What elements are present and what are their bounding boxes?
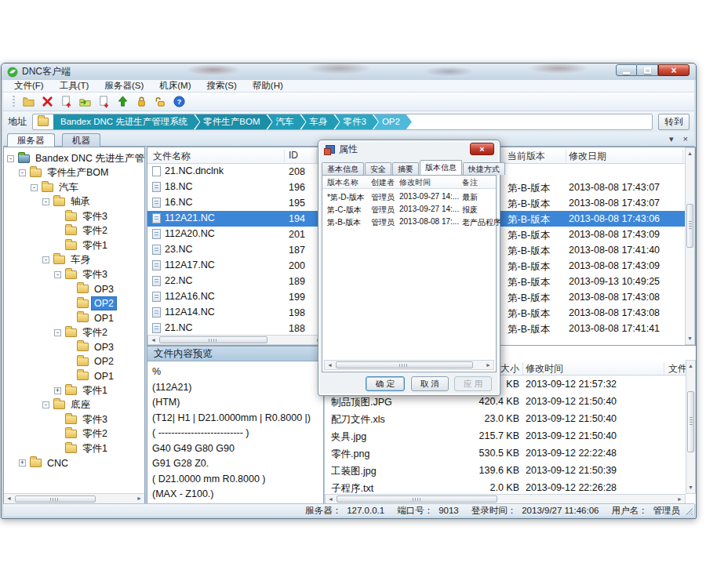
ok-button[interactable]: 确 定 (366, 376, 405, 391)
title-bar[interactable]: DNC客户端 × (2, 64, 696, 80)
tree-item[interactable]: OP1 (4, 311, 144, 326)
column-header-modified[interactable]: 修改时间 (399, 177, 431, 188)
tab-server[interactable]: 服务器 (7, 133, 55, 147)
tree-item[interactable]: 汽车 (4, 180, 144, 195)
tree-horizontal-scrollbar[interactable]: ◄ ► (4, 493, 144, 503)
go-button[interactable]: 转到 (658, 114, 690, 130)
maximize-button[interactable] (637, 64, 658, 76)
lock-icon[interactable] (135, 95, 148, 108)
breadcrumb-segment[interactable]: 零件3 (335, 114, 378, 130)
tree-expander-icon[interactable] (54, 387, 61, 394)
column-header-id[interactable]: ID (289, 150, 298, 161)
dialog-tab[interactable]: 版本信息 (420, 160, 462, 175)
column-header-version-name[interactable]: 版本名称 (327, 177, 358, 188)
tree-item[interactable]: 轴承 (4, 195, 144, 210)
column-header-time[interactable]: 修改时间 (526, 362, 563, 376)
tree-item[interactable]: 零件2 (4, 325, 144, 340)
minimize-button[interactable] (616, 64, 637, 76)
import-file-icon[interactable] (60, 95, 73, 108)
scroll-down-icon[interactable]: ▼ (687, 334, 693, 343)
tree-expander-icon[interactable] (42, 198, 49, 205)
scroll-left-icon[interactable]: ◄ (149, 336, 158, 344)
tree-item[interactable]: 零件1 (4, 238, 144, 253)
menu-item[interactable]: 服务器(S) (96, 80, 151, 92)
open-folder-icon[interactable] (78, 95, 92, 108)
address-input[interactable]: Bandex DNC 先进生产管理系统零件生产BOM汽车车身零件3OP2 (32, 114, 653, 130)
tree-expander-icon[interactable] (19, 169, 26, 176)
pane-dropdown-icon[interactable]: ▾ (669, 134, 674, 144)
column-header-note[interactable]: 备注 (462, 177, 478, 188)
attachment-row[interactable]: 工装图.jpg 139.6 KB 2013-09-12 21:50:39 (325, 462, 686, 479)
attachment-vertical-scrollbar[interactable]: ▲ ▼ (686, 360, 696, 494)
scroll-thumb[interactable] (336, 361, 473, 368)
tree-item[interactable]: CNC (4, 456, 144, 471)
attachment-row[interactable]: 零件.png 530.5 KB 2013-09-12 22:22:48 (325, 445, 686, 462)
tree-expander-icon[interactable] (42, 256, 49, 263)
help-icon[interactable]: ? (173, 95, 186, 108)
scroll-left-icon[interactable]: ◄ (326, 495, 335, 503)
dialog-tab[interactable]: 安全 (365, 162, 391, 175)
tree-item[interactable]: 零件3 (4, 412, 144, 427)
tree-item[interactable]: OP2 (4, 354, 144, 369)
dialog-tab[interactable]: 快捷方式 (463, 162, 505, 175)
file-list-vertical-scrollbar[interactable]: ▲ ▼ (685, 147, 695, 345)
column-header-version[interactable]: 当前版本 (508, 150, 545, 163)
dialog-close-button[interactable]: × (470, 143, 494, 155)
tree-item[interactable]: OP3 (4, 282, 144, 297)
scroll-left-icon[interactable]: ◄ (326, 361, 334, 369)
menu-item[interactable]: 帮助(H) (245, 80, 291, 92)
version-row[interactable]: *第-D-版本 管理员 2013-09-27 14:... 最新 (322, 191, 496, 203)
tree-expander-icon[interactable] (19, 459, 26, 466)
scroll-thumb[interactable] (686, 204, 693, 248)
menu-item[interactable]: 文件(F) (6, 80, 52, 92)
scroll-left-icon[interactable]: ◄ (5, 495, 13, 503)
tree-item[interactable]: OP3 (4, 340, 144, 355)
tree-expander-icon[interactable] (54, 329, 61, 336)
dialog-tab[interactable]: 基本信息 (322, 162, 364, 175)
breadcrumb-segment[interactable]: 零件生产BOM (195, 114, 271, 130)
tree-expander-icon[interactable] (7, 155, 14, 162)
breadcrumb-segment[interactable]: OP2 (373, 114, 412, 130)
tree-item[interactable]: 零件生产BOM (4, 166, 144, 181)
version-row[interactable]: 第-B-版本 管理员 2013-08-08 17:... 老产品程序 (322, 216, 496, 228)
tree-item[interactable]: 零件2 (4, 224, 144, 239)
column-header-date[interactable]: 修改日期 (569, 150, 606, 163)
dialog-tab[interactable]: 摘要 (392, 162, 419, 175)
tree-item[interactable]: Bandex DNC 先进生产管理系统 (4, 151, 144, 166)
menu-item[interactable]: 机床(M) (151, 80, 198, 92)
scroll-thumb[interactable] (15, 495, 96, 503)
scroll-right-icon[interactable]: ► (135, 495, 144, 503)
scroll-right-icon[interactable]: ► (484, 361, 493, 369)
tree-item[interactable]: 零件1 (4, 441, 144, 456)
scroll-up-icon[interactable]: ▲ (687, 149, 693, 158)
tree-item[interactable]: 底座 (4, 398, 144, 413)
tree-item[interactable]: OP2 (4, 296, 144, 311)
tree-item[interactable]: 零件2 (4, 427, 144, 442)
export-file-icon[interactable] (97, 95, 111, 108)
tree-item[interactable]: 车身 (4, 253, 144, 268)
dialog-horizontal-scrollbar[interactable]: ◄ ► (324, 360, 494, 370)
upload-icon[interactable] (116, 95, 129, 108)
scroll-right-icon[interactable]: ► (675, 495, 684, 503)
scroll-down-icon[interactable]: ▼ (688, 483, 693, 492)
tree-item[interactable]: OP1 (4, 369, 144, 384)
scroll-thumb[interactable] (159, 336, 267, 343)
breadcrumb-segment[interactable]: 汽车 (267, 114, 306, 130)
tree-expander-icon[interactable] (42, 401, 49, 408)
tree-item[interactable]: 零件1 (4, 383, 144, 398)
scroll-thumb[interactable] (337, 495, 497, 503)
scroll-thumb[interactable] (687, 391, 694, 452)
cancel-button[interactable]: 取 消 (411, 376, 449, 391)
tab-machine[interactable]: 机器 (62, 133, 100, 147)
new-folder-icon[interactable] (22, 95, 35, 108)
scroll-up-icon[interactable]: ▲ (688, 361, 693, 371)
menu-item[interactable]: 搜索(S) (198, 80, 244, 92)
file-list-horizontal-scrollbar[interactable]: ◄ ► (147, 335, 325, 345)
attachment-row[interactable]: 夹具.jpg 215.7 KB 2013-09-12 21:50:40 (325, 427, 686, 445)
delete-icon[interactable] (41, 95, 54, 108)
resize-grip[interactable] (685, 507, 693, 515)
tree-expander-icon[interactable] (54, 271, 61, 278)
unlock-icon[interactable] (154, 95, 167, 108)
pane-close-icon[interactable]: × (683, 134, 688, 144)
column-header-name[interactable]: 文件名称 (153, 150, 191, 163)
